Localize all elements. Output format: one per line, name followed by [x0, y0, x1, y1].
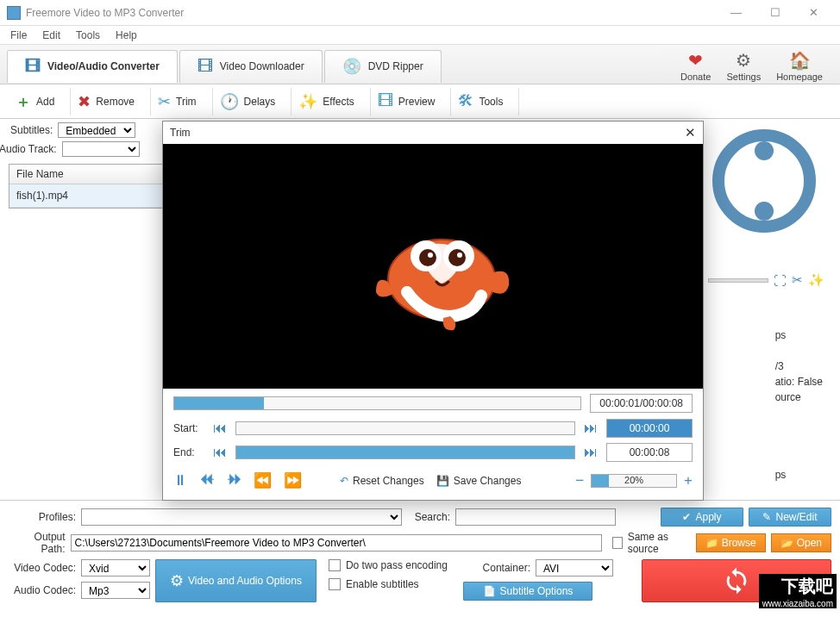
frame-prev-button[interactable]: ⯬: [200, 472, 215, 489]
twopass-label: Do two pass encoding: [346, 559, 448, 571]
search-input[interactable]: [455, 508, 616, 526]
pause-button[interactable]: ⏸: [173, 472, 188, 489]
container-label: Container:: [463, 562, 530, 574]
tab-converter[interactable]: 🎞 Video/Audio Converter: [7, 50, 178, 83]
same-source-checkbox[interactable]: [612, 537, 623, 549]
preview-button[interactable]: 🎞Preview: [371, 88, 452, 115]
preview-label: Preview: [398, 96, 436, 108]
settings-button[interactable]: ⚙ Settings: [726, 50, 761, 82]
dialog-title: Trim: [170, 127, 191, 139]
menu-help[interactable]: Help: [109, 28, 144, 43]
info-line: ps: [775, 327, 823, 343]
magic-icon[interactable]: ✨: [808, 272, 824, 288]
vcodec-label: Video Codec:: [9, 562, 76, 574]
va-options-button[interactable]: ⚙ Video and Audio Options: [155, 559, 317, 602]
open-button[interactable]: 📂Open: [771, 533, 831, 552]
twopass-checkbox[interactable]: [329, 559, 341, 571]
homepage-button[interactable]: 🏠 Homepage: [776, 50, 823, 82]
donate-label: Donate: [680, 72, 711, 82]
newedit-button[interactable]: ✎New/Edit: [749, 508, 831, 527]
open-label: Open: [797, 537, 822, 549]
bottom-panel: Profiles: Search: ✔Apply ✎New/Edit Outpu…: [0, 500, 840, 617]
output-label: Output Path:: [9, 531, 66, 555]
watermark: 下载吧 www.xiazaiba.com: [759, 574, 837, 608]
subtitle-options-button[interactable]: 📄Subtitle Options: [463, 582, 592, 601]
browse-button[interactable]: 📁Browse: [696, 533, 766, 552]
progress-track[interactable]: [173, 396, 581, 410]
vcodec-select[interactable]: Xvid: [81, 559, 150, 576]
end-track[interactable]: [235, 446, 575, 459]
donate-button[interactable]: ❤ Donate: [680, 50, 711, 82]
acodec-select[interactable]: Mp3: [81, 582, 150, 599]
same-source-label: Same as source: [628, 531, 691, 555]
forward-button[interactable]: ⏩: [284, 471, 302, 489]
start-time-input[interactable]: 00:00:00: [606, 419, 693, 438]
trim-dialog: Trim ✕ 00:00:01/00:00:08 Start: ⏮ ⏭ 00:0: [162, 121, 704, 501]
homepage-label: Homepage: [776, 72, 823, 82]
start-skip-next-icon[interactable]: ⏭: [582, 421, 599, 436]
mini-slider[interactable]: [708, 278, 768, 283]
end-skip-next-icon[interactable]: ⏭: [582, 445, 599, 460]
end-time-input[interactable]: 00:00:08: [606, 443, 693, 462]
output-path-input[interactable]: [71, 534, 602, 552]
start-skip-prev-icon[interactable]: ⏮: [211, 421, 229, 436]
subtitles-select[interactable]: Embedded: [58, 122, 135, 138]
delays-button[interactable]: 🕐Delays: [213, 88, 292, 115]
profiles-select[interactable]: [81, 508, 402, 526]
effects-button[interactable]: ✨Effects: [291, 88, 370, 115]
add-button[interactable]: ＋Add: [9, 88, 71, 115]
reset-button[interactable]: ↶Reset Changes: [340, 475, 424, 487]
undo-icon: ↶: [340, 475, 348, 487]
wand-icon: ✨: [298, 92, 317, 111]
newedit-label: New/Edit: [775, 511, 817, 523]
close-button[interactable]: ✕: [794, 1, 833, 25]
frame-next-button[interactable]: ⯮: [227, 472, 241, 489]
rewind-button[interactable]: ⏪: [254, 471, 272, 489]
tools-button[interactable]: 🛠Tools: [451, 88, 519, 115]
cut-icon[interactable]: ✂: [792, 272, 803, 288]
subtitles-label: Subtitles:: [10, 124, 53, 136]
titlebar: Freemore Video to MP3 Converter — ☐ ✕: [0, 0, 840, 26]
watermark-url: www.xiazaiba.com: [759, 599, 837, 608]
zoom-out-button[interactable]: −: [575, 472, 584, 489]
dialog-close-button[interactable]: ✕: [685, 125, 696, 140]
home-icon: 🏠: [789, 50, 811, 71]
x-icon: ✖: [78, 92, 91, 111]
maximize-button[interactable]: ☐: [755, 1, 794, 25]
tab-label: Video Downloader: [220, 60, 304, 72]
tabbar: 🎞 Video/Audio Converter 🎞 Video Download…: [0, 45, 840, 84]
apply-button[interactable]: ✔Apply: [661, 508, 743, 527]
tab-downloader[interactable]: 🎞 Video Downloader: [179, 50, 323, 83]
end-skip-prev-icon[interactable]: ⏮: [211, 445, 229, 460]
container-select[interactable]: AVI: [536, 559, 613, 576]
zoom-track[interactable]: 20%: [591, 474, 677, 488]
audiotrack-select[interactable]: [62, 141, 140, 157]
end-label: End:: [173, 446, 204, 458]
dialog-titlebar: Trim ✕: [163, 122, 703, 144]
start-label: Start:: [173, 422, 204, 434]
save-label: Save Changes: [454, 475, 522, 487]
profiles-label: Profiles:: [9, 511, 76, 523]
va-options-label: Video and Audio Options: [188, 575, 302, 587]
menu-tools[interactable]: Tools: [69, 28, 107, 43]
expand-icon[interactable]: ⛶: [774, 273, 787, 288]
start-track[interactable]: [235, 421, 575, 435]
browse-label: Browse: [722, 537, 756, 549]
trim-button[interactable]: ✂Trim: [151, 88, 213, 115]
tab-dvd-ripper[interactable]: 💿 DVD Ripper: [324, 50, 442, 83]
svg-point-4: [419, 249, 436, 266]
subtitles-checkbox[interactable]: [329, 578, 341, 590]
minimize-button[interactable]: —: [717, 1, 755, 25]
menu-edit[interactable]: Edit: [35, 28, 67, 43]
tools-label: Tools: [479, 96, 503, 108]
zoom-in-button[interactable]: +: [684, 472, 693, 489]
reel-icon: [712, 129, 816, 233]
remove-button[interactable]: ✖Remove: [71, 88, 151, 115]
subtitle-icon: 📄: [483, 585, 496, 597]
window-title: Freemore Video to MP3 Converter: [26, 7, 717, 19]
menu-file[interactable]: File: [3, 28, 34, 43]
info-line: ps: [775, 467, 823, 483]
watermark-text: 下载吧: [759, 574, 837, 599]
video-preview: [163, 144, 703, 389]
save-button[interactable]: 💾Save Changes: [436, 475, 522, 487]
